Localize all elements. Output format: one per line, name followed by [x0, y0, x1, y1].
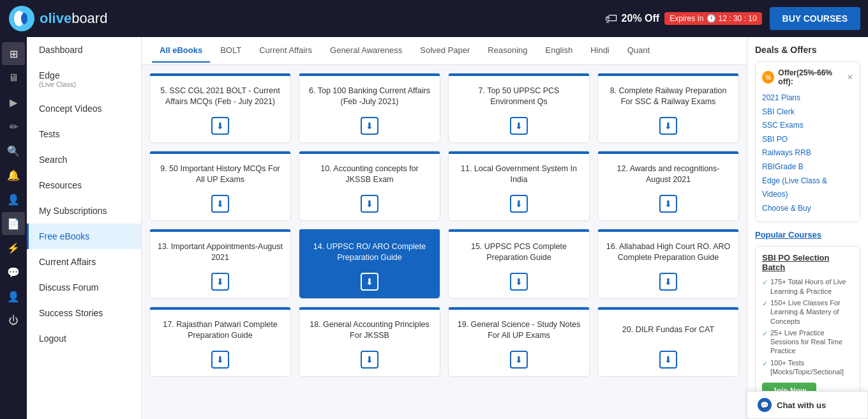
- sidebar-icon-ebooks[interactable]: 📄: [2, 212, 25, 235]
- card-download-btn-20[interactable]: ⬇: [659, 351, 677, 369]
- offer-link-choose-buy[interactable]: Choose & Buy: [762, 202, 853, 216]
- card-download-btn-17[interactable]: ⬇: [211, 351, 229, 369]
- ebook-card-16[interactable]: 16. Allahabad High Court RO. ARO Complet…: [597, 229, 739, 299]
- card-download-btn-6[interactable]: ⬇: [361, 117, 378, 135]
- ebook-card-19[interactable]: 19. General Science - Study Notes For Al…: [448, 307, 590, 377]
- chat-bubble-icon: 💬: [758, 398, 772, 412]
- sbi-po-feature-3: ✓ 25+ Live Practice Sessions for Real Ti…: [762, 328, 853, 356]
- card-download-btn-18[interactable]: ⬇: [361, 351, 378, 369]
- card-top-bar: [598, 307, 738, 310]
- deals-offers-title: Deals & Offers: [755, 45, 860, 55]
- buy-courses-button[interactable]: BUY COURSES: [770, 7, 860, 30]
- card-download-btn-16[interactable]: ⬇: [659, 273, 677, 291]
- card-top-bar: [449, 307, 589, 310]
- sidebar-item-search[interactable]: Search: [27, 147, 141, 172]
- sidebar-icon-monitor[interactable]: 🖥: [2, 66, 25, 89]
- sidebar-item-current-affairs[interactable]: Current Affairs: [27, 249, 141, 275]
- tab-current-affairs[interactable]: Current Affairs: [251, 39, 320, 63]
- tab-solved-paper[interactable]: Solved Paper: [412, 39, 477, 63]
- ebook-card-14[interactable]: 14. UPPSC RO/ ARO Complete Preparation G…: [299, 229, 440, 299]
- tab-bolt[interactable]: BOLT: [213, 39, 249, 63]
- offer-link-sbi-clerk[interactable]: SBI Clerk: [762, 105, 853, 119]
- card-download-btn-5[interactable]: ⬇: [211, 117, 229, 135]
- chat-button[interactable]: 💬 Chat with us: [747, 391, 868, 419]
- card-title-5: 5. SSC CGL 2021 BOLT - Current Affairs M…: [158, 86, 283, 108]
- check-icon-2: ✓: [762, 299, 768, 308]
- logo-icon: [8, 4, 36, 33]
- card-title-6: 6. Top 100 Banking Current Affairs (Feb …: [307, 86, 432, 108]
- sidebar-item-edge[interactable]: Edge (Live Class): [27, 63, 141, 96]
- card-download-btn-12[interactable]: ⬇: [659, 195, 677, 213]
- offer-link-edge[interactable]: Edge (Live Class & Videos): [762, 174, 853, 202]
- sidebar-item-logout[interactable]: Logout: [27, 326, 141, 351]
- card-download-btn-10[interactable]: ⬇: [361, 195, 378, 213]
- sidebar-item-concept-videos[interactable]: Concept Videos: [27, 96, 141, 121]
- tab-general-awareness[interactable]: General Awareness: [322, 39, 410, 63]
- card-title-16: 16. Allahabad High Court RO. ARO Complet…: [606, 241, 731, 264]
- sidebar-icon-discuss[interactable]: 💬: [2, 261, 25, 284]
- popular-courses-title[interactable]: Popular Courses: [755, 230, 860, 240]
- close-offer-button[interactable]: ✕: [847, 73, 853, 82]
- offer-link-railways-rrb[interactable]: Railways RRB: [762, 146, 853, 160]
- card-download-btn-8[interactable]: ⬇: [659, 117, 677, 135]
- card-download-btn-14[interactable]: ⬇: [361, 273, 378, 291]
- sidebar-icon-resources[interactable]: 🔔: [2, 164, 25, 187]
- sidebar-icon-subscriptions[interactable]: 👤: [2, 188, 25, 211]
- tab-quant[interactable]: Quant: [620, 39, 657, 63]
- ebook-card-17[interactable]: 17. Rajasthan Patwari Complete Preparati…: [149, 307, 291, 377]
- tab-hindi[interactable]: Hindi: [583, 39, 617, 63]
- sidebar-icon-tests[interactable]: ✏: [2, 115, 25, 138]
- card-top-bar: [598, 151, 738, 154]
- sidebar-item-discuss-forum[interactable]: Discuss Forum: [27, 275, 141, 300]
- tab-english[interactable]: English: [537, 39, 580, 63]
- sidebar-item-tests[interactable]: Tests: [27, 121, 141, 147]
- ebook-card-11[interactable]: 11. Local Government System In India⬇: [448, 151, 590, 221]
- ebook-card-7[interactable]: 7. Top 50 UPPSC PCS Environment Qs⬇: [448, 73, 590, 143]
- sidebar-icons: ⊞ 🖥 ▶ ✏ 🔍 🔔 👤 📄 ⚡ 💬 👤 ⏻: [0, 37, 27, 419]
- sidebar-item-success-stories[interactable]: Success Stories: [27, 300, 141, 326]
- offer-link-sbi-po[interactable]: SBI PO: [762, 133, 853, 147]
- sidebar-icon-current-affairs[interactable]: ⚡: [2, 236, 25, 259]
- card-title-11: 11. Local Government System In India: [456, 164, 581, 186]
- sidebar-item-dashboard[interactable]: Dashboard: [27, 37, 141, 63]
- tab-all-ebooks[interactable]: All eBooks: [152, 39, 210, 63]
- card-download-btn-7[interactable]: ⬇: [510, 117, 528, 135]
- content-area: All eBooks BOLT Current Affairs General …: [142, 37, 747, 419]
- ebook-card-9[interactable]: 9. 50 Important History MCQs For All UP …: [149, 151, 291, 221]
- offer-link-rbigrade-b[interactable]: RBIGrade B: [762, 160, 853, 174]
- ebook-card-12[interactable]: 12. Awards and recognitions-August 2021⬇: [597, 151, 739, 221]
- ebook-card-10[interactable]: 10. Accounting concepts for JKSSB Exam⬇: [299, 151, 440, 221]
- offer-link-2021-plans[interactable]: 2021 Plans: [762, 91, 853, 105]
- check-icon-4: ✓: [762, 359, 768, 368]
- ebook-card-13[interactable]: 13. Important Appointments-August 2021⬇: [149, 229, 291, 299]
- card-download-btn-19[interactable]: ⬇: [510, 351, 528, 369]
- sidebar-icon-logout[interactable]: ⏻: [2, 309, 25, 332]
- topbar: oliveboard 🏷 20% Off Expires In 🕐 12 : 3…: [0, 0, 868, 37]
- sidebar-item-free-ebooks[interactable]: Free eBooks: [27, 224, 141, 249]
- sbi-po-course-card: SBI PO Selection Batch ✓ 175+ Total Hour…: [755, 246, 860, 406]
- ebook-card-8[interactable]: 8. Complete Railway Preparation For SSC …: [597, 73, 739, 143]
- offer-link-ssc-exams[interactable]: SSC Exams: [762, 119, 853, 133]
- offer-header-text: % Offer(25%-66% off):: [762, 68, 847, 86]
- check-icon-3: ✓: [762, 329, 768, 338]
- sidebar-icon-video[interactable]: ▶: [2, 91, 25, 114]
- card-download-btn-15[interactable]: ⬇: [510, 273, 528, 291]
- card-download-btn-9[interactable]: ⬇: [211, 195, 229, 213]
- ebook-card-15[interactable]: 15. UPPSC PCS Complete Preparation Guide…: [448, 229, 590, 299]
- tab-reasoning[interactable]: Reasoning: [480, 39, 535, 63]
- ebook-card-18[interactable]: 18. General Accounting Principles For JK…: [299, 307, 440, 377]
- card-download-btn-13[interactable]: ⬇: [211, 273, 229, 291]
- sidebar-icon-success[interactable]: 👤: [2, 285, 25, 308]
- ebook-card-20[interactable]: 20. DILR Fundas For CAT⬇: [597, 307, 739, 377]
- card-download-btn-11[interactable]: ⬇: [510, 195, 528, 213]
- card-top-bar: [299, 307, 440, 310]
- card-top-bar: [150, 307, 290, 310]
- sidebar-icon-search[interactable]: 🔍: [2, 139, 25, 162]
- ebook-card-5[interactable]: 5. SSC CGL 2021 BOLT - Current Affairs M…: [149, 73, 291, 143]
- sidebar-icon-dashboard[interactable]: ⊞: [2, 42, 25, 65]
- card-title-13: 13. Important Appointments-August 2021: [158, 241, 283, 264]
- sidebar-item-resources[interactable]: Resources: [27, 172, 141, 198]
- sidebar-item-my-subscriptions[interactable]: My Subscriptions: [27, 198, 141, 224]
- ebook-card-6[interactable]: 6. Top 100 Banking Current Affairs (Feb …: [299, 73, 440, 143]
- logo-text: oliveboard: [40, 10, 107, 27]
